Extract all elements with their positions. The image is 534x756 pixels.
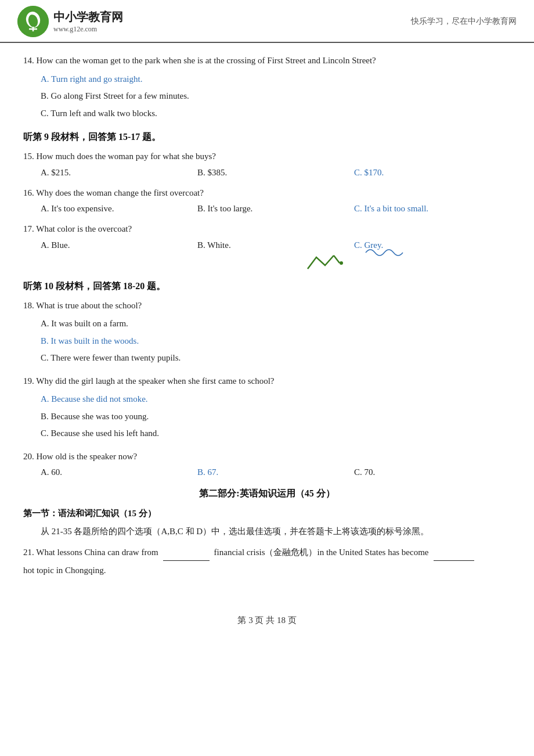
- q20-option-a: A. 60.: [41, 467, 197, 477]
- part2-heading: 第二部分:英语知识运用（45 分）: [199, 488, 334, 498]
- q21-text2: financial crisis（金融危机）in the United Stat…: [214, 545, 429, 560]
- question-15: 15. How much does the woman pay for what…: [23, 149, 511, 178]
- description-text: 从 21-35 各题所给的四个选项（A,B,C 和 D）中，选出最佳选项，并在答…: [23, 524, 511, 539]
- page-footer: 第 3 页 共 18 页: [0, 615, 534, 632]
- q17-text: 17. What color is the overcoat?: [23, 222, 511, 237]
- q14-option-a: A. Turn right and go straight.: [41, 72, 511, 87]
- q18-option-a: A. It was built on a farm.: [41, 316, 511, 332]
- question-18: 18. What is true about the school? A. It…: [23, 298, 511, 366]
- q21-text: 21. What lessons China can draw from fin…: [23, 545, 511, 578]
- q21-text1: 21. What lessons China can draw from: [23, 545, 158, 560]
- question-14: 14. How can the woman get to the park wh…: [23, 53, 511, 121]
- logo-title: 中小学教育网: [53, 9, 123, 25]
- q19-option-c: C. Because she used his left hand.: [41, 426, 511, 441]
- page-header: 中小学教育网 www.g12e.com 快乐学习，尽在中小学教育网: [0, 0, 534, 43]
- logo-area: 中小学教育网 www.g12e.com: [17, 6, 123, 37]
- q16-option-b: B. It's too large.: [197, 204, 354, 214]
- main-content: 14. How can the woman get to the park wh…: [0, 43, 534, 603]
- q18-option-b: B. It was built in the woods.: [41, 334, 511, 349]
- question-21: 21. What lessons China can draw from fin…: [23, 545, 511, 578]
- header-tagline: 快乐学习，尽在中小学教育网: [411, 16, 517, 27]
- q15-option-c: C. $170.: [354, 168, 511, 178]
- q15-option-b: B. $385.: [197, 168, 354, 178]
- q20-option-c: C. 70.: [354, 467, 511, 477]
- logo-icon: [17, 6, 49, 37]
- q19-option-b: B. Because she was too young.: [41, 409, 511, 424]
- q20-option-b: B. 67.: [197, 467, 354, 477]
- q21-text3: hot topic in Chongqing.: [23, 563, 106, 578]
- q15-option-a: A. $215.: [41, 168, 197, 178]
- q15-text: 15. How much does the woman pay for what…: [23, 149, 511, 164]
- section9-heading: 听第 9 段材料，回答第 15-17 题。: [23, 131, 511, 143]
- question-16: 16. Why does the woman change the first …: [23, 186, 511, 214]
- q17-annotation-area: [302, 253, 511, 270]
- q16-text: 16. Why does the woman change the first …: [23, 186, 511, 201]
- section10-heading: 听第 10 段材料，回答第 18-20 题。: [23, 280, 511, 293]
- q21-blank1: [163, 545, 210, 561]
- logo-text: 中小学教育网 www.g12e.com: [53, 9, 123, 34]
- q15-options: A. $215. B. $385. C. $170.: [41, 168, 511, 178]
- q16-options: A. It's too expensive. B. It's too large…: [41, 204, 511, 214]
- question-20: 20. How old is the speaker now? A. 60. B…: [23, 449, 511, 478]
- q16-option-c: C. It's a bit too small.: [354, 204, 511, 214]
- q17-option-b: B. White.: [197, 240, 354, 250]
- q14-option-c: C. Turn left and walk two blocks.: [41, 106, 511, 121]
- section1-heading: 第一节：语法和词汇知识（15 分）: [23, 508, 511, 519]
- q19-text: 19. Why did the girl laugh at the speake…: [23, 374, 511, 389]
- question-19: 19. Why did the girl laugh at the speake…: [23, 374, 511, 441]
- green-annotation-svg: [302, 253, 348, 273]
- q17-option-a: A. Blue.: [41, 240, 197, 250]
- svg-point-5: [340, 261, 343, 265]
- q20-text: 20. How old is the speaker now?: [23, 449, 511, 465]
- q21-blank2: [434, 545, 474, 561]
- q19-option-a: A. Because she did not smoke.: [41, 392, 511, 407]
- q17-options: A. Blue. B. White. C. Grey.: [41, 240, 511, 250]
- q14-option-b: B. Go along First Street for a few minut…: [41, 89, 511, 104]
- q16-option-a: A. It's too expensive.: [41, 204, 197, 214]
- q20-options: A. 60. B. 67. C. 70.: [41, 467, 511, 477]
- part2-heading-container: 第二部分:英语知识运用（45 分）: [23, 488, 511, 500]
- q14-text: 14. How can the woman get to the park wh…: [23, 53, 511, 69]
- logo-subtitle: www.g12e.com: [53, 25, 123, 34]
- question-17: 17. What color is the overcoat? A. Blue.…: [23, 222, 511, 270]
- q18-option-c: C. There were fewer than twenty pupils.: [41, 351, 511, 366]
- q18-text: 18. What is true about the school?: [23, 298, 511, 314]
- q17-option-c: C. Grey.: [354, 240, 511, 250]
- footer-text: 第 3 页 共 18 页: [237, 615, 296, 625]
